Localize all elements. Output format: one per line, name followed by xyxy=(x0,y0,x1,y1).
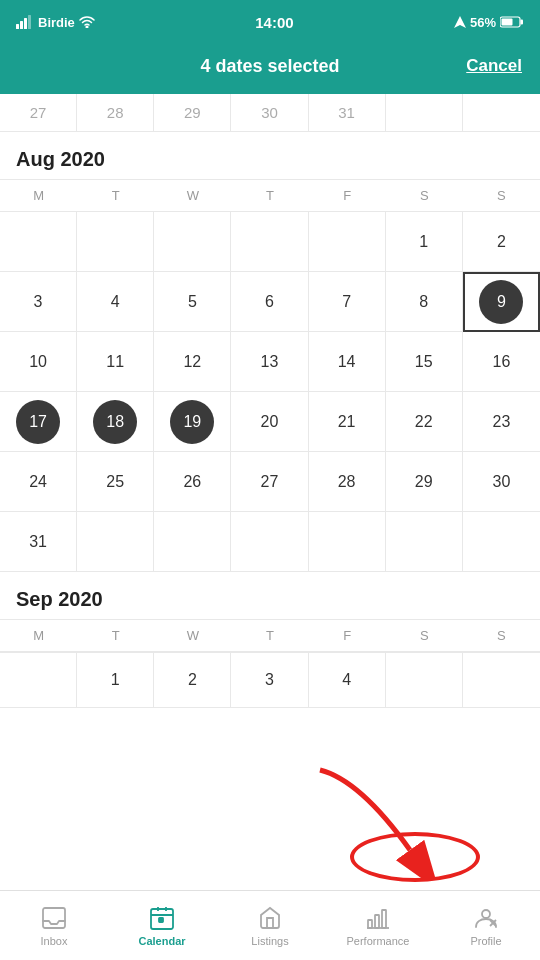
nav-listings[interactable]: Listings xyxy=(216,905,324,947)
sep-wd-S1: S xyxy=(386,620,463,651)
nav-profile-label: Profile xyxy=(470,935,501,947)
nav-profile[interactable]: Profile xyxy=(432,905,540,947)
aug-day-8[interactable]: 8 xyxy=(386,272,463,332)
calendar-icon xyxy=(149,905,175,931)
aug-day-12[interactable]: 12 xyxy=(154,332,231,392)
svg-rect-11 xyxy=(159,918,163,922)
svg-rect-9 xyxy=(43,908,65,928)
svg-rect-0 xyxy=(16,24,19,29)
wd-W: W xyxy=(154,180,231,211)
svg-rect-1 xyxy=(20,21,23,29)
prev-day-31[interactable]: 31 xyxy=(309,94,386,131)
prev-day-29[interactable]: 29 xyxy=(154,94,231,131)
aug-day-6[interactable]: 6 xyxy=(231,272,308,332)
prev-day-30[interactable]: 30 xyxy=(231,94,308,131)
svg-rect-14 xyxy=(382,910,386,928)
aug-day-9[interactable]: 9 xyxy=(463,272,540,332)
aug-day-23[interactable]: 23 xyxy=(463,392,540,452)
sep-week-1: 1 2 3 4 xyxy=(0,652,540,708)
status-time: 14:00 xyxy=(255,14,293,31)
aug-day-2[interactable]: 2 xyxy=(463,212,540,272)
prev-day-empty1 xyxy=(386,94,463,131)
aug-w1-d5 xyxy=(309,212,386,272)
nav-performance-label: Performance xyxy=(347,935,410,947)
aug-day-13[interactable]: 13 xyxy=(231,332,308,392)
aug-day-1[interactable]: 1 xyxy=(386,212,463,272)
aug-day-28[interactable]: 28 xyxy=(309,452,386,512)
battery-percent: 56% xyxy=(470,15,496,30)
bottom-nav: Inbox Calendar Listings xyxy=(0,890,540,960)
aug-w1-d2 xyxy=(77,212,154,272)
aug-day-26[interactable]: 26 xyxy=(154,452,231,512)
sep-day-3[interactable]: 3 xyxy=(231,653,308,708)
aug-month-header: Aug 2020 xyxy=(0,132,540,179)
svg-rect-2 xyxy=(24,18,27,29)
aug-day-7[interactable]: 7 xyxy=(309,272,386,332)
carrier-name: Birdie xyxy=(38,15,75,30)
aug-w1-d1 xyxy=(0,212,77,272)
svg-rect-6 xyxy=(521,20,524,25)
svg-rect-7 xyxy=(502,19,513,26)
header: 4 dates selected Cancel xyxy=(0,44,540,94)
sep-month-header: Sep 2020 xyxy=(0,572,540,619)
profile-icon xyxy=(473,905,499,931)
aug-day-18[interactable]: 18 xyxy=(77,392,154,452)
aug-week-6: 31 xyxy=(0,512,540,572)
cancel-button[interactable]: Cancel xyxy=(466,56,522,76)
aug-day-25[interactable]: 25 xyxy=(77,452,154,512)
nav-listings-label: Listings xyxy=(251,935,288,947)
aug-day-19[interactable]: 19 xyxy=(154,392,231,452)
wd-T1: T xyxy=(77,180,154,211)
location-icon xyxy=(454,16,466,28)
aug-day-11[interactable]: 11 xyxy=(77,332,154,392)
calendar-scroll-area[interactable]: 27 28 29 30 31 Aug 2020 M T W T F S S 1 … xyxy=(0,94,540,890)
wd-F: F xyxy=(309,180,386,211)
prev-day-28[interactable]: 28 xyxy=(77,94,154,131)
aug-day-3[interactable]: 3 xyxy=(0,272,77,332)
sep-wd-W: W xyxy=(154,620,231,651)
aug-day-5[interactable]: 5 xyxy=(154,272,231,332)
aug-day-30[interactable]: 30 xyxy=(463,452,540,512)
nav-performance[interactable]: Performance xyxy=(324,905,432,947)
nav-inbox-label: Inbox xyxy=(41,935,68,947)
sep-wd-T2: T xyxy=(231,620,308,651)
aug-day-27[interactable]: 27 xyxy=(231,452,308,512)
nav-inbox[interactable]: Inbox xyxy=(0,905,108,947)
wifi-icon xyxy=(79,16,95,28)
sep-day-4[interactable]: 4 xyxy=(309,653,386,708)
aug-week-4: 17 18 19 20 21 22 23 xyxy=(0,392,540,452)
sep-weekday-row: M T W T F S S xyxy=(0,619,540,652)
sep-day-2[interactable]: 2 xyxy=(154,653,231,708)
aug-day-22[interactable]: 22 xyxy=(386,392,463,452)
sep-day-1[interactable]: 1 xyxy=(77,653,154,708)
nav-calendar[interactable]: Calendar xyxy=(108,905,216,947)
aug-day-4[interactable]: 4 xyxy=(77,272,154,332)
aug-day-31[interactable]: 31 xyxy=(0,512,77,572)
aug-day-10[interactable]: 10 xyxy=(0,332,77,392)
wd-M: M xyxy=(0,180,77,211)
battery-area: 56% xyxy=(454,15,524,30)
carrier-signal: Birdie xyxy=(16,15,95,30)
aug-day-16[interactable]: 16 xyxy=(463,332,540,392)
prev-day-27[interactable]: 27 xyxy=(0,94,77,131)
status-bar: Birdie 14:00 56% xyxy=(0,0,540,44)
aug-week-2: 3 4 5 6 7 8 9 xyxy=(0,272,540,332)
aug-day-15[interactable]: 15 xyxy=(386,332,463,392)
aug-day-24[interactable]: 24 xyxy=(0,452,77,512)
listings-icon xyxy=(257,905,283,931)
signal-icon xyxy=(16,15,34,29)
svg-rect-12 xyxy=(368,920,372,928)
battery-icon xyxy=(500,16,524,28)
aug-week-5: 24 25 26 27 28 29 30 xyxy=(0,452,540,512)
aug-day-29[interactable]: 29 xyxy=(386,452,463,512)
performance-icon xyxy=(365,905,391,931)
aug-day-20[interactable]: 20 xyxy=(231,392,308,452)
sep-wd-F: F xyxy=(309,620,386,651)
svg-point-16 xyxy=(482,910,490,918)
sep-wd-M: M xyxy=(0,620,77,651)
aug-day-21[interactable]: 21 xyxy=(309,392,386,452)
aug-day-17[interactable]: 17 xyxy=(0,392,77,452)
sep-wd-S2: S xyxy=(463,620,540,651)
nav-calendar-label: Calendar xyxy=(138,935,185,947)
aug-day-14[interactable]: 14 xyxy=(309,332,386,392)
